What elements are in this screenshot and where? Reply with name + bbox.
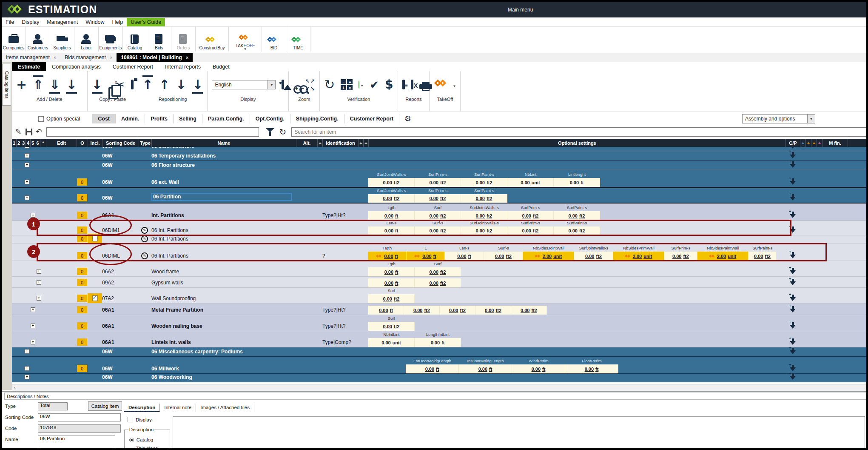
subtab-compilation-analysis[interactable]: Compilation analysis — [46, 62, 107, 71]
optional-cell-value[interactable]: 0.00 ft2 — [415, 194, 461, 203]
grid-header-identification[interactable]: Identification — [323, 139, 359, 147]
assembly-options-dropdown[interactable]: Assembly and options▼ — [742, 114, 815, 123]
table-row-06W-16[interactable]: +006W06 MillworkExtDoorMoldgLength0.00 f… — [12, 357, 868, 374]
catalog-item-button[interactable]: Catalog item — [88, 401, 122, 411]
grid-header-plus-0[interactable]: + — [800, 139, 806, 147]
row-edit-cell[interactable] — [46, 374, 77, 382]
printer-icon[interactable]: ▼ — [419, 81, 425, 89]
gear-icon[interactable]: ⚙ — [399, 114, 416, 123]
optional-cell-value[interactable]: 0.00 ft — [407, 252, 445, 261]
expand-icon[interactable]: + — [37, 296, 41, 301]
grid-header-sorting-code[interactable]: Sorting Code — [102, 139, 139, 147]
insert-up-icon[interactable]: ⇑ — [33, 78, 43, 91]
grid-header--[interactable]: + — [318, 139, 323, 147]
grid-header-plus-2[interactable]: + — [811, 139, 817, 147]
expand-icon[interactable]: + — [25, 349, 29, 354]
optional-cell-Surf[interactable]: Surf0.00 ft2 — [368, 315, 415, 331]
move-bottom-icon[interactable]: ↓ — [192, 78, 203, 91]
collapse-icon[interactable]: − — [25, 195, 29, 200]
language-dropdown[interactable]: English▼ — [212, 80, 276, 89]
optional-cell-Len-s[interactable]: Len-s0.00 ft — [368, 221, 415, 235]
row-edit-cell[interactable] — [46, 288, 77, 303]
table-row-item-7[interactable]: 0✎06 Int. Partitions — [12, 235, 868, 244]
optional-cell-SurfPrim-s[interactable]: SurfPrim-s0.00 ft2 — [507, 221, 554, 235]
app-toolbar-bid[interactable]: BID — [262, 27, 286, 52]
copy-down-icon[interactable]: + — [790, 252, 796, 259]
row-zero-badge[interactable]: 0 — [77, 178, 87, 186]
row-edit-cell[interactable] — [46, 315, 77, 331]
optional-cell-NbIntLint[interactable]: NbIntLint0.00 unit — [368, 331, 415, 347]
optional-cell-value[interactable]: 0.00 ft — [368, 252, 407, 261]
save-icon[interactable] — [26, 129, 32, 135]
row-zero-badge[interactable]: 0 — [77, 252, 87, 259]
grid-header-tree-*[interactable]: * — [40, 139, 46, 147]
optional-cell-SurfJointWalls-s[interactable]: SurfJointWalls-s0.00 ft2 — [368, 170, 415, 187]
row-edit-cell[interactable] — [46, 261, 77, 276]
table-row-09A2-10[interactable]: +009A2Gypsum walls0.00 ft0.00 ft2+ — [12, 277, 868, 288]
row-zero-badge[interactable]: 0 — [77, 279, 87, 286]
subtab-internal-reports[interactable]: Internal reports — [159, 62, 207, 71]
optional-cell-value[interactable]: 0.00 ft2 — [368, 294, 415, 303]
row-edit-cell[interactable] — [46, 204, 77, 220]
optional-cell-value[interactable]: 0.00 ft — [445, 252, 484, 261]
optional-cell-value[interactable]: 0.00 ft — [565, 364, 618, 373]
optional-cell-NbLint[interactable]: NbLint0.00 unit — [507, 170, 554, 187]
grid-header-name[interactable]: Name — [152, 139, 296, 147]
optional-cell-value[interactable]: 0.00 ft2 — [554, 211, 600, 220]
copy-down-icon[interactable]: + — [790, 161, 796, 168]
filter-funnel-icon[interactable] — [266, 128, 274, 136]
optional-cell-ft[interactable]: 0.00 ft — [368, 304, 404, 315]
optional-cell-value[interactable]: 0.00 ft2 — [574, 252, 613, 261]
expand-icon[interactable]: + — [25, 375, 29, 379]
collapse-icon[interactable]: − — [31, 213, 35, 218]
row-edit-cell[interactable] — [46, 347, 77, 356]
optional-cell-value[interactable]: 0.00 ft2 — [404, 306, 440, 315]
copy-down-icon[interactable]: + — [790, 279, 796, 286]
chevron-down-icon[interactable]: ▼ — [268, 80, 275, 89]
copy-down-icon[interactable]: + — [790, 322, 796, 329]
grid-header-plus-3[interactable]: + — [817, 139, 822, 147]
subtab-estimate[interactable]: Estimate — [12, 62, 46, 71]
row-edit-cell[interactable] — [46, 147, 77, 151]
move-up-icon[interactable]: ↑ — [159, 78, 170, 91]
app-toolbar-catalog[interactable]: Catalog — [123, 27, 147, 52]
expand-icon[interactable]: + — [37, 280, 41, 285]
optional-cell-Surf[interactable]: Surf0.00 ft2 — [415, 204, 461, 220]
optional-cell-SurfPrim-s[interactable]: SurfPrim-s0.00 ft2 — [507, 204, 554, 220]
optional-cell-value[interactable]: 0.00 unit — [507, 178, 554, 187]
checkbox-unchecked-icon[interactable] — [92, 236, 98, 241]
move-down-icon[interactable]: ↓ — [176, 78, 186, 91]
optional-cell-value[interactable]: 0.00 ft2 — [368, 178, 415, 187]
app-toolbar-time[interactable]: TIME — [286, 27, 310, 52]
row-edit-cell[interactable] — [46, 221, 77, 235]
clipboard-icon[interactable] — [131, 81, 134, 89]
optional-cell-value[interactable]: 0.00 ft — [406, 364, 459, 373]
optional-cell-value[interactable]: 0.00 ft2 — [440, 306, 475, 315]
optional-cell-Hgth[interactable]: Hgth0.00 ft — [368, 244, 407, 261]
optional-cell-IntDoorMoldgLength[interactable]: IntDoorMoldgLength0.00 ft — [459, 357, 512, 373]
filter-button-shipping-config-[interactable]: Shipping.Config. — [290, 114, 344, 123]
chevron-down-icon[interactable]: ▼ — [244, 48, 247, 50]
table-row-06A1-12[interactable]: +006A1Metal Frame PartitionType?|Ht?0.00… — [12, 304, 868, 315]
catalog-items-side-tab[interactable]: Catalog items — [2, 64, 11, 106]
optional-cell-SurfPrim-s[interactable]: SurfPrim-s0.00 ft2 — [664, 244, 697, 261]
row-zero-badge[interactable]: 0 — [77, 295, 87, 302]
main-menu-label[interactable]: Main menu — [508, 7, 533, 13]
optional-cell-Lintlenght[interactable]: Lintlenght0.00 ft — [554, 170, 600, 187]
table-row-06W-1[interactable]: +06W06 Temporary installations+ — [12, 151, 868, 161]
copy-down-icon[interactable]: + — [790, 295, 796, 301]
app-toolbar-labor[interactable]: Labor — [74, 27, 99, 52]
refresh-search-icon[interactable]: ↻ — [279, 127, 287, 137]
refresh-icon[interactable]: ↻ — [324, 78, 335, 91]
expand-icon[interactable]: + — [37, 269, 41, 274]
grid-header-plus-1[interactable]: + — [806, 139, 811, 147]
table-row-06W-2[interactable]: +06W06 Floor structure+ — [12, 161, 868, 170]
chevron-down-icon[interactable]: ▼ — [807, 115, 815, 123]
copy-down-icon[interactable]: + — [790, 348, 796, 355]
add-plus-icon[interactable]: + — [16, 78, 27, 91]
optional-cell-L[interactable]: L0.00 ft — [407, 244, 445, 261]
expand-icon[interactable]: + — [25, 180, 29, 184]
optional-cell-NbSidesPaintWall[interactable]: NbSidesPaintWall2.00 unit — [697, 244, 748, 261]
image-icon[interactable] — [282, 81, 284, 89]
checkbox-icon[interactable] — [128, 417, 133, 422]
